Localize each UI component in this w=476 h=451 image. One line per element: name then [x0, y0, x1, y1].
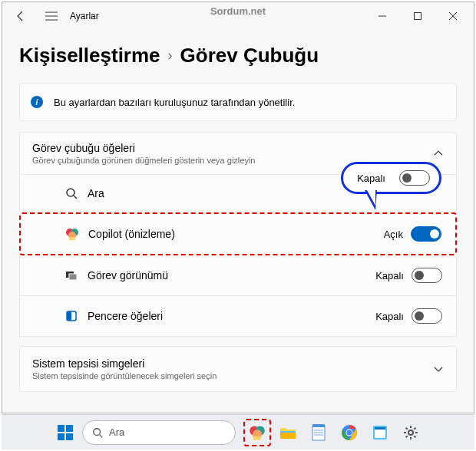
svg-rect-9 — [67, 311, 71, 321]
callout-state: Kapalı — [357, 173, 385, 184]
titlebar: Ayarlar Sordum.net — [2, 2, 474, 30]
svg-rect-0 — [415, 13, 421, 20]
section-subtitle: Görev çubuğunda görünen düğmeleri göster… — [32, 156, 255, 165]
taskbar-notepad-icon[interactable] — [305, 419, 332, 446]
info-icon: i — [31, 96, 43, 108]
chevron-up-icon — [433, 148, 444, 159]
watermark: Sordum.net — [210, 5, 266, 17]
copilot-icon — [65, 227, 79, 241]
svg-rect-20 — [280, 431, 296, 433]
breadcrumb-parent[interactable]: Kişiselleştirme — [19, 44, 160, 67]
svg-rect-18 — [253, 436, 261, 439]
taskbar-app-icon[interactable] — [366, 419, 394, 446]
svg-rect-11 — [66, 425, 73, 432]
row-label: Ara — [88, 187, 104, 199]
toggle-copilot[interactable] — [411, 226, 441, 242]
breadcrumb-separator: › — [168, 48, 173, 64]
svg-rect-10 — [58, 425, 64, 432]
row-state: Kapalı — [375, 270, 404, 281]
svg-rect-21 — [312, 426, 325, 440]
banner-text: Bu ayarlardan bazıları kuruluşunuz taraf… — [54, 97, 295, 108]
section-tray-icons-header[interactable]: Sistem tepsisi simgeleri Sistem tepsisin… — [19, 346, 457, 392]
row-widgets[interactable]: Pencere öğeleri Kapalı — [19, 296, 457, 337]
taskbar-search[interactable]: Ara — [82, 420, 236, 445]
svg-point-1 — [67, 189, 74, 196]
info-banner: i Bu ayarlardan bazıları kuruluşunuz tar… — [19, 83, 457, 121]
menu-button[interactable] — [36, 2, 67, 30]
row-label: Pencere öğeleri — [88, 310, 163, 322]
close-button[interactable] — [435, 5, 471, 28]
row-label: Copilot (önizleme) — [88, 228, 175, 240]
taskbar: Ara — [2, 414, 474, 449]
minimize-button[interactable] — [365, 5, 400, 28]
row-copilot[interactable]: Copilot (önizleme) Açık — [19, 212, 457, 255]
svg-point-29 — [408, 430, 413, 435]
svg-rect-22 — [312, 424, 325, 427]
callout-bubble: Kapalı — [341, 162, 441, 194]
settings-window: Ayarlar Sordum.net Kişiselleştirme › Gör… — [2, 2, 474, 413]
toggle-taskview[interactable] — [412, 268, 442, 283]
taskbar-copilot-icon[interactable] — [243, 419, 271, 446]
start-button[interactable] — [51, 419, 79, 446]
taskbar-chrome-icon[interactable] — [336, 419, 363, 446]
breadcrumb-current: Görev Çubuğu — [180, 44, 319, 67]
row-state: Açık — [384, 229, 403, 240]
content-area: Kişiselleştirme › Görev Çubuğu i Bu ayar… — [2, 30, 474, 392]
taskbar-settings-icon[interactable] — [397, 419, 425, 446]
row-label: Görev görünümü — [88, 269, 168, 281]
row-taskview[interactable]: Görev görünümü Kapalı — [19, 255, 457, 296]
taskview-icon — [64, 268, 78, 282]
taskbar-explorer-icon[interactable] — [274, 419, 302, 446]
back-button[interactable] — [5, 2, 36, 30]
breadcrumb: Kişiselleştirme › Görev Çubuğu — [19, 44, 457, 67]
section-subtitle: Sistem tepsisinde görüntülenecek simgele… — [32, 371, 217, 380]
callout-toggle — [399, 170, 430, 186]
svg-rect-7 — [69, 274, 77, 280]
toggle-widgets[interactable] — [412, 308, 442, 324]
maximize-button[interactable] — [400, 5, 435, 28]
row-state: Kapalı — [375, 311, 404, 322]
svg-rect-5 — [69, 237, 75, 240]
widgets-icon — [64, 309, 78, 323]
search-icon — [64, 186, 78, 200]
svg-rect-12 — [58, 433, 64, 440]
svg-point-14 — [94, 428, 101, 435]
app-title: Ayarlar — [70, 11, 99, 21]
section-title: Sistem tepsisi simgeleri — [32, 357, 217, 370]
svg-rect-28 — [375, 427, 385, 430]
svg-rect-13 — [66, 433, 73, 440]
section-title: Görev çubuğu öğeleri — [32, 142, 255, 154]
chevron-down-icon — [433, 364, 444, 374]
svg-point-25 — [347, 430, 352, 435]
taskbar-search-placeholder: Ara — [109, 426, 124, 438]
